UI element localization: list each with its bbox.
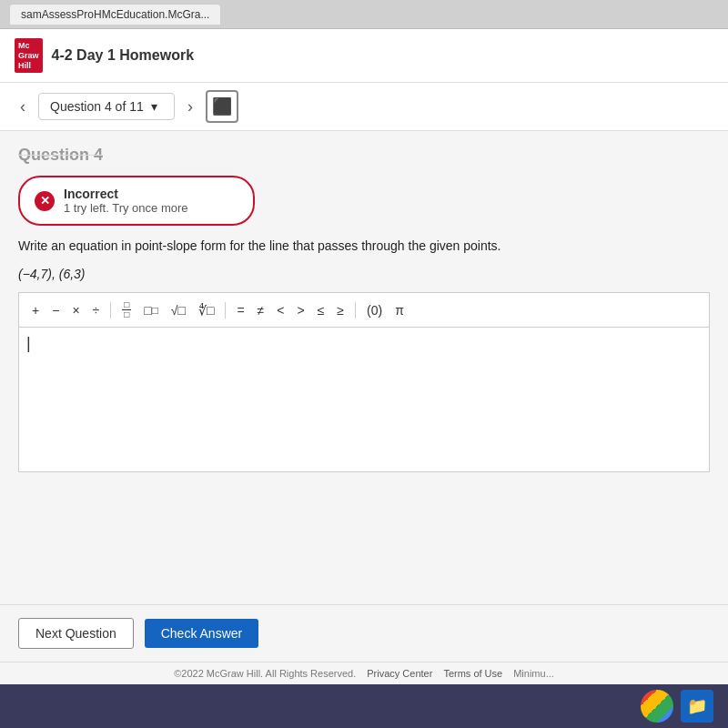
taskbar: 📁 — [0, 684, 728, 728]
pi-button[interactable]: π — [391, 301, 408, 319]
problem-points: (−4,7), (6,3) — [18, 267, 710, 281]
footer-privacy-link[interactable]: Privacy Center — [367, 668, 432, 679]
app-header: Mc Graw Hill 4-2 Day 1 Homework — [0, 29, 728, 83]
plus-button[interactable]: + — [28, 301, 43, 319]
prev-question-button[interactable]: ‹ — [15, 96, 31, 118]
leq-button[interactable]: ≤ — [314, 301, 329, 319]
toolbar-divider-1 — [110, 302, 111, 318]
math-toolbar: + − × ÷ □ □ □□ √□ ∜□ = ≠ < > ≤ — [18, 292, 710, 327]
bookmark-icon: ⬛ — [212, 96, 232, 116]
fraction-button[interactable]: □ □ — [118, 298, 135, 321]
nthroot-button[interactable]: ∜□ — [195, 301, 217, 319]
incorrect-feedback-banner: ✕ Incorrect 1 try left. Try once more — [18, 176, 255, 226]
question-area: Question 4 ✕ Incorrect 1 try left. Try o… — [0, 131, 728, 604]
check-answer-button[interactable]: Check Answer — [145, 619, 258, 648]
superscript-button[interactable]: □□ — [140, 301, 162, 319]
question-nav-bar: ‹ Question 4 of 11 ▾ › ⬛ — [0, 83, 728, 131]
question-number-label: Question 4 — [18, 146, 710, 165]
error-icon: ✕ — [35, 191, 55, 211]
main-content: Mc Graw Hill 4-2 Day 1 Homework ‹ Questi… — [0, 29, 728, 684]
geq-button[interactable]: ≥ — [333, 301, 348, 319]
toolbar-divider-2 — [225, 302, 226, 318]
files-icon[interactable]: 📁 — [681, 690, 713, 723]
bookmark-button[interactable]: ⬛ — [206, 90, 238, 123]
chrome-icon[interactable] — [641, 690, 673, 723]
browser-tab: samAssessProHMcEducation.McGra... — [9, 4, 221, 25]
toolbar-divider-3 — [355, 302, 356, 318]
footer: ©2022 McGraw Hill. All Rights Reserved. … — [0, 662, 728, 684]
divide-button[interactable]: ÷ — [89, 301, 104, 319]
multiply-button[interactable]: × — [68, 301, 83, 319]
text-cursor: | — [26, 335, 31, 351]
equals-button[interactable]: = — [233, 301, 248, 319]
answer-input-area[interactable]: | — [18, 327, 710, 472]
next-question-button[interactable]: Next Question — [18, 618, 134, 649]
math-input-container: + − × ÷ □ □ □□ √□ ∜□ = ≠ < > ≤ — [18, 292, 710, 472]
footer-terms-link[interactable]: Terms of Use — [443, 668, 502, 679]
next-question-nav-button[interactable]: › — [182, 96, 198, 118]
chevron-down-icon: ▾ — [151, 99, 157, 114]
bottom-action-bar: Next Question Check Answer — [0, 604, 728, 662]
homework-title: 4-2 Day 1 Homework — [52, 47, 195, 64]
parentheses-button[interactable]: (0) — [363, 301, 386, 319]
incorrect-subtitle: 1 try left. Try once more — [64, 201, 188, 215]
footer-minimum: Minimu... — [513, 668, 554, 679]
mcgraw-hill-logo: Mc Graw Hill — [15, 38, 43, 73]
browser-bar: samAssessProHMcEducation.McGra... — [0, 0, 728, 29]
minus-button[interactable]: − — [48, 301, 63, 319]
question-selector-label: Question 4 of 11 — [50, 99, 144, 114]
greaterthan-button[interactable]: > — [293, 301, 308, 319]
problem-text: Write an equation in point-slope form fo… — [18, 237, 710, 256]
folder-icon: 📁 — [687, 696, 707, 716]
sqrt-button[interactable]: √□ — [167, 301, 189, 319]
lessthan-button[interactable]: < — [273, 301, 288, 319]
incorrect-text-block: Incorrect 1 try left. Try once more — [64, 187, 188, 215]
question-selector-dropdown[interactable]: Question 4 of 11 ▾ — [38, 93, 175, 120]
footer-copyright: ©2022 McGraw Hill. All Rights Reserved. — [174, 668, 356, 679]
notequals-button[interactable]: ≠ — [254, 301, 268, 319]
incorrect-title: Incorrect — [64, 187, 188, 201]
